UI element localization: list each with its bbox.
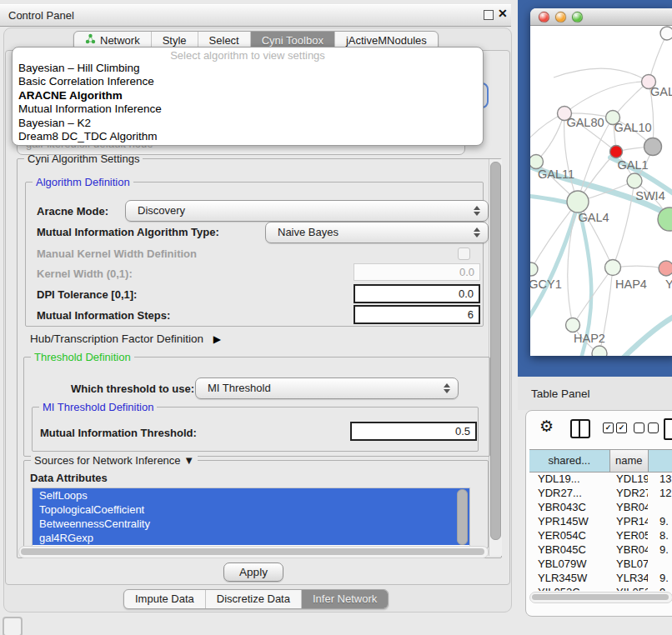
which-threshold-select[interactable]: MI Threshold (195, 378, 459, 399)
table-cell[interactable]: YBR043C (609, 500, 648, 514)
select-all-icon[interactable]: ✓✓ (603, 422, 627, 433)
column-header-name[interactable]: name (610, 450, 649, 472)
network-node-gal11[interactable] (530, 155, 544, 169)
network-node-gal4[interactable] (567, 191, 589, 212)
tab-discretize-data[interactable]: Discretize Data (205, 590, 301, 608)
data-attributes-list[interactable]: SelfLoopsTopologicalCoefficientBetweenne… (32, 488, 470, 547)
table-cell[interactable]: YLR345W (529, 571, 609, 585)
network-node[interactable] (644, 138, 662, 156)
table-cell[interactable]: 9. (648, 542, 672, 557)
attribute-item[interactable]: gal4RGexp (33, 531, 469, 545)
table-cell[interactable]: YBR043C (529, 500, 609, 514)
table-cell[interactable]: 9 (648, 585, 672, 591)
attribute-item[interactable]: SelfLoops (33, 488, 469, 502)
table-cell[interactable]: YBR045C (609, 542, 648, 557)
column-header-shared...[interactable]: shared... (529, 450, 610, 472)
table-row[interactable]: YER054CYER054C8. (529, 528, 672, 542)
kernel-width-field[interactable]: 0.0 (354, 263, 480, 281)
table-cell[interactable]: YIL052C (529, 585, 609, 591)
network-edge-ribbon[interactable] (620, 312, 672, 356)
settings-hscrollbar-track[interactable] (18, 546, 489, 558)
table-row[interactable]: YLR345WYLR345W9. (529, 571, 672, 585)
table-cell[interactable]: YLR345W (609, 571, 648, 585)
network-node-hap4[interactable] (605, 260, 621, 276)
table-cell[interactable]: 12 (648, 486, 672, 500)
table-cell[interactable]: YER054C (609, 528, 648, 542)
network-edge-ribbon[interactable] (530, 204, 578, 322)
algorithm-option[interactable]: Mutual Information Inference (13, 102, 483, 116)
mi-steps-field[interactable]: 6 (354, 305, 480, 324)
attribute-item[interactable]: BetweennessCentrality (33, 517, 469, 531)
table-cell[interactable]: 8. (648, 528, 672, 542)
table-row[interactable]: YBR045CYBR045C9. (529, 542, 672, 557)
attributes-scrollbar-thumb[interactable] (457, 489, 468, 545)
network-edge[interactable] (649, 33, 667, 82)
aracne-mode-select[interactable]: Discovery (125, 200, 489, 222)
network-graph[interactable]: GAL7GAL80GAL10GAL1GAL11SWI4GAL4GCY1HAP4Y… (530, 26, 672, 356)
table-cell[interactable]: YER054C (529, 528, 609, 542)
network-node[interactable] (660, 27, 672, 40)
table-row[interactable]: YPR145WYPR145W9. (529, 514, 672, 528)
deselect-all-icon[interactable] (634, 422, 659, 433)
algorithm-option[interactable]: Bayesian – K2 (13, 117, 483, 130)
attribute-item[interactable]: TopologicalCoefficient (33, 502, 469, 517)
table-cell[interactable]: YBR045C (529, 542, 609, 557)
table-cell[interactable]: YPR145W (529, 514, 609, 528)
table-cell[interactable]: 9. (648, 571, 672, 585)
network-canvas[interactable]: GAL7GAL80GAL10GAL1GAL11SWI4GAL4GCY1HAP4Y… (530, 26, 672, 356)
table-cell[interactable] (648, 557, 672, 571)
table-cell[interactable]: 13 (648, 472, 672, 486)
minimized-panel-button[interactable] (3, 617, 23, 635)
table-row[interactable]: YIL052CYIL052C9 (529, 585, 672, 591)
table-row[interactable]: YDR27...YDR27...12 (529, 486, 672, 500)
algorithm-option[interactable]: Basic Correlation Inference (13, 75, 483, 88)
table-row[interactable]: YBR043CYBR043C (529, 500, 672, 514)
settings-hscrollbar-thumb[interactable] (21, 548, 484, 555)
manual-kernel-checkbox[interactable] (458, 248, 470, 260)
algorithm-option[interactable]: ARACNE Algorithm (13, 89, 483, 102)
table-row[interactable]: YBL079WYBL079W (529, 557, 672, 571)
network-view-window[interactable]: GAL7GAL80GAL10GAL1GAL11SWI4GAL4GCY1HAP4Y… (530, 8, 672, 356)
network-window-titlebar[interactable] (530, 8, 672, 26)
table-hscrollbar-thumb[interactable] (532, 594, 669, 600)
table-cell[interactable]: YDL19... (609, 472, 648, 486)
hub-definition-toggle[interactable]: Hub/Transcription Factor Definition ▶ (30, 332, 221, 345)
algorithm-option[interactable]: Bayesian – Hill Climbing (13, 62, 483, 75)
table-doc-icon[interactable] (664, 418, 672, 440)
tab-impute-data[interactable]: Impute Data (124, 590, 205, 608)
network-node-gal1[interactable] (610, 146, 623, 158)
split-pane-icon[interactable] (570, 419, 590, 438)
table-cell[interactable]: YDL19... (529, 472, 609, 486)
network-edge[interactable] (564, 82, 649, 113)
network-node-gcy1[interactable] (530, 262, 538, 276)
algorithm-option[interactable]: Dream8 DC_TDC Algorithm (13, 130, 483, 143)
table-cell[interactable] (648, 500, 672, 514)
table-cell[interactable]: 9. (648, 514, 672, 528)
network-node-swi4[interactable] (627, 173, 642, 188)
table-cell[interactable]: YBL079W (529, 557, 609, 571)
table-cell[interactable]: YPR145W (609, 514, 648, 528)
dpi-tolerance-field[interactable]: 0.0 (354, 284, 480, 303)
mi-type-select[interactable]: Naive Bayes (265, 222, 489, 243)
table-hscrollbar-track[interactable] (529, 592, 672, 603)
network-edge[interactable] (554, 68, 649, 82)
close-icon[interactable]: ✕ (498, 7, 508, 20)
column-header-col2[interactable] (649, 450, 672, 472)
table-cell[interactable]: YIL052C (609, 585, 648, 591)
tab-infer-network[interactable]: Infer Network (301, 590, 388, 608)
settings-scrollbar-thumb[interactable] (490, 162, 501, 540)
table-cell[interactable]: YDR27... (529, 486, 609, 500)
float-window-icon[interactable] (484, 10, 494, 20)
network-node-y[interactable] (659, 261, 672, 276)
table-row[interactable]: YDL19...YDL19...13 (529, 472, 672, 486)
mi-threshold-field[interactable]: 0.5 (350, 422, 477, 441)
network-node[interactable] (592, 346, 607, 356)
network-node-hap2[interactable] (566, 318, 580, 332)
table-cell[interactable]: YBL079W (609, 557, 648, 571)
minimize-traffic-light-icon[interactable] (555, 12, 566, 22)
apply-button[interactable]: Apply (223, 562, 283, 582)
close-traffic-light-icon[interactable] (539, 12, 549, 22)
table-cell[interactable]: YDR27... (609, 486, 648, 500)
gear-icon[interactable]: ⚙ (539, 418, 554, 436)
sources-group-title[interactable]: Sources for Network Inference ▼ (31, 454, 198, 467)
